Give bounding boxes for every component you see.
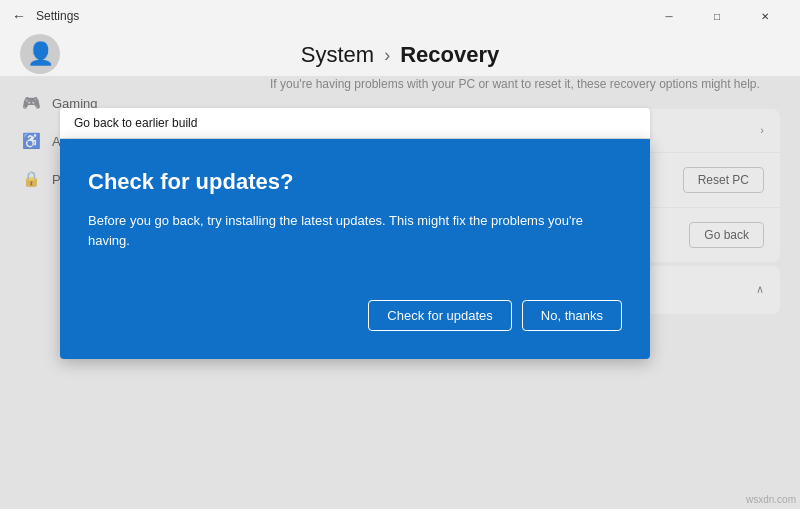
settings-window: ← Settings ─ □ ✕ 👤 System › Recovery 🎮 G… [0, 0, 800, 509]
titlebar-title: Settings [36, 9, 79, 23]
check-updates-button[interactable]: Check for updates [368, 300, 512, 331]
maximize-button[interactable]: □ [694, 0, 740, 32]
dialog-titlebar: Go back to earlier build [60, 108, 650, 139]
dialog-message: Before you go back, try installing the l… [88, 211, 622, 250]
dialog-body: Check for updates? Before you go back, t… [60, 139, 650, 359]
minimize-button[interactable]: ─ [646, 0, 692, 32]
titlebar: ← Settings ─ □ ✕ [0, 0, 800, 32]
dialog-wrapper: Go back to earlier build Check for updat… [0, 76, 800, 509]
close-button[interactable]: ✕ [742, 0, 788, 32]
breadcrumb-separator: › [384, 45, 390, 66]
page-title: Recovery [400, 42, 499, 68]
dialog-title: Check for updates? [88, 169, 622, 195]
user-icon: 👤 [27, 41, 54, 67]
back-button[interactable]: ← [12, 8, 26, 24]
content-area: 🎮 Gaming ♿ Accessibility 🔒 Privacy & Sec… [0, 76, 800, 509]
dialog: Go back to earlier build Check for updat… [60, 108, 650, 359]
breadcrumb-parent: System [301, 42, 374, 68]
breadcrumb: System › Recovery [301, 42, 499, 68]
page-header: 👤 System › Recovery [0, 32, 800, 76]
no-thanks-button[interactable]: No, thanks [522, 300, 622, 331]
avatar: 👤 [20, 34, 60, 74]
dialog-actions: Check for updates No, thanks [88, 300, 622, 331]
window-controls: ─ □ ✕ [646, 0, 788, 32]
